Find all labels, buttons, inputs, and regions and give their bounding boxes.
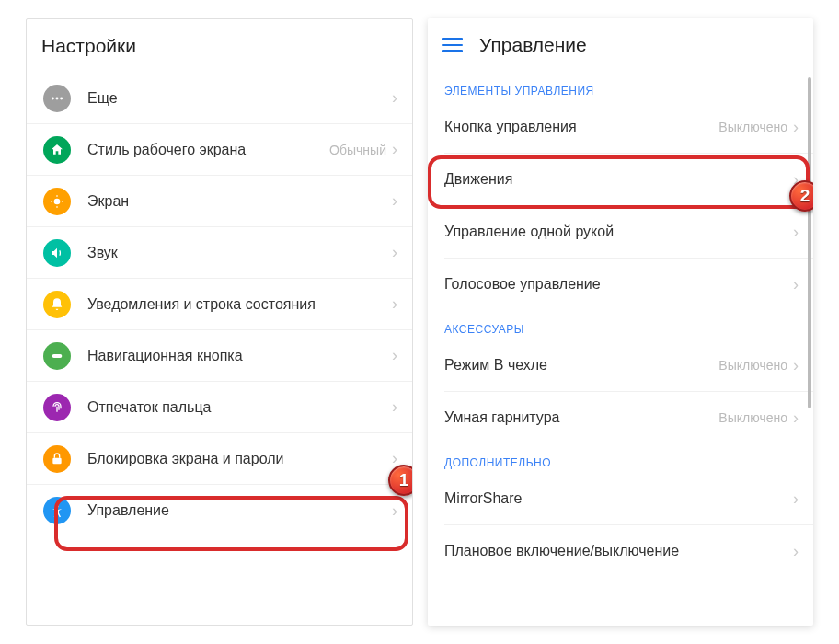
item-label: Навигационная кнопка	[87, 348, 392, 364]
item-label: Режим В чехле	[444, 357, 718, 374]
item-label: Отпечаток пальца	[87, 399, 392, 416]
chevron-right-icon: ›	[392, 294, 397, 314]
chevron-right-icon: ›	[793, 408, 799, 428]
chevron-right-icon: ›	[392, 346, 397, 365]
svg-point-2	[60, 97, 63, 99]
navigation-icon	[43, 342, 71, 370]
item-label: Уведомления и строка состояния	[87, 296, 392, 313]
control-item-smart-headset[interactable]: Умная гарнитура Выключено ›	[428, 392, 813, 443]
item-label: Движения	[444, 171, 793, 188]
svg-point-3	[54, 198, 61, 204]
chevron-right-icon: ›	[392, 501, 397, 521]
control-item-mirrorshare[interactable]: MirrorShare ›	[428, 473, 813, 524]
chevron-right-icon: ›	[392, 191, 397, 211]
chevron-right-icon: ›	[793, 356, 799, 375]
accessibility-icon	[43, 497, 71, 524]
annotation-badge-1: 1	[388, 465, 413, 496]
settings-item-display[interactable]: Экран ›	[27, 176, 412, 227]
svg-point-0	[52, 97, 54, 99]
settings-item-home-style[interactable]: Стиль рабочего экрана Обычный ›	[27, 124, 412, 176]
chevron-right-icon: ›	[793, 542, 799, 561]
settings-item-notifications[interactable]: Уведомления и строка состояния ›	[27, 279, 412, 330]
settings-list: Еще › Стиль рабочего экрана Обычный › Эк…	[27, 73, 412, 536]
settings-header: Настройки	[27, 19, 412, 73]
lock-icon	[43, 445, 71, 473]
settings-panel: Настройки Еще › Стиль рабочего экрана Об…	[26, 18, 413, 626]
svg-rect-9	[52, 457, 61, 464]
item-label: Голосовое управление	[444, 276, 793, 293]
item-label: Экран	[87, 193, 392, 210]
sound-icon	[43, 239, 71, 267]
control-item-button[interactable]: Кнопка управления Выключено ›	[428, 101, 813, 153]
bell-icon	[43, 291, 71, 318]
item-label: Управление	[87, 502, 392, 519]
display-icon	[43, 188, 71, 215]
item-label: Еще	[87, 90, 392, 107]
chevron-right-icon: ›	[793, 223, 799, 242]
more-icon	[43, 85, 71, 112]
item-value: Обычный	[329, 143, 386, 157]
svg-point-10	[55, 505, 58, 508]
chevron-right-icon: ›	[793, 118, 799, 137]
settings-title: Настройки	[41, 35, 136, 57]
control-title: Управление	[479, 34, 587, 56]
control-item-motions[interactable]: Движения ›	[428, 154, 813, 205]
item-label: Умная гарнитура	[444, 409, 718, 426]
chevron-right-icon: ›	[392, 397, 397, 417]
item-value: Выключено	[718, 120, 787, 134]
scrollbar[interactable]	[808, 77, 811, 408]
section-header-elements: ЭЛЕМЕНТЫ УПРАВЛЕНИЯ	[428, 72, 813, 101]
control-item-voice[interactable]: Голосовое управление ›	[428, 259, 813, 310]
chevron-right-icon: ›	[392, 88, 397, 108]
control-panel: Управление ЭЛЕМЕНТЫ УПРАВЛЕНИЯ Кнопка уп…	[428, 18, 813, 626]
control-item-scheduled-power[interactable]: Плановое включение/выключение ›	[428, 525, 813, 577]
svg-point-1	[56, 97, 59, 99]
settings-item-fingerprint[interactable]: Отпечаток пальца ›	[27, 382, 412, 433]
item-value: Выключено	[718, 358, 787, 373]
section-header-advanced: ДОПОЛНИТЕЛЬНО	[428, 443, 813, 473]
settings-item-more[interactable]: Еще ›	[27, 73, 412, 124]
settings-item-sound[interactable]: Звук ›	[27, 227, 412, 279]
item-label: Управление одной рукой	[444, 224, 793, 240]
svg-rect-8	[52, 354, 63, 358]
item-label: Блокировка экрана и пароли	[87, 451, 392, 467]
settings-item-control[interactable]: Управление ›	[27, 485, 412, 536]
settings-item-lock[interactable]: Блокировка экрана и пароли ›	[27, 433, 412, 485]
section-header-accessories: АКСЕССУАРЫ	[428, 310, 813, 339]
home-icon	[43, 136, 71, 164]
item-label: MirrorShare	[444, 490, 793, 507]
settings-item-navigation[interactable]: Навигационная кнопка ›	[27, 330, 412, 382]
control-item-case-mode[interactable]: Режим В чехле Выключено ›	[428, 339, 813, 391]
fingerprint-icon	[43, 394, 71, 421]
chevron-right-icon: ›	[392, 140, 397, 159]
item-label: Стиль рабочего экрана	[87, 142, 329, 158]
chevron-right-icon: ›	[793, 489, 799, 509]
control-header: Управление	[428, 18, 813, 72]
item-value: Выключено	[718, 410, 787, 425]
item-label: Кнопка управления	[444, 119, 718, 135]
hamburger-icon[interactable]	[442, 35, 463, 55]
item-label: Звук	[87, 245, 392, 261]
annotation-badge-2: 2	[789, 180, 813, 212]
control-item-one-hand[interactable]: Управление одной рукой ›	[428, 206, 813, 258]
item-label: Плановое включение/выключение	[444, 543, 793, 559]
chevron-right-icon: ›	[392, 243, 397, 262]
chevron-right-icon: ›	[793, 275, 799, 294]
